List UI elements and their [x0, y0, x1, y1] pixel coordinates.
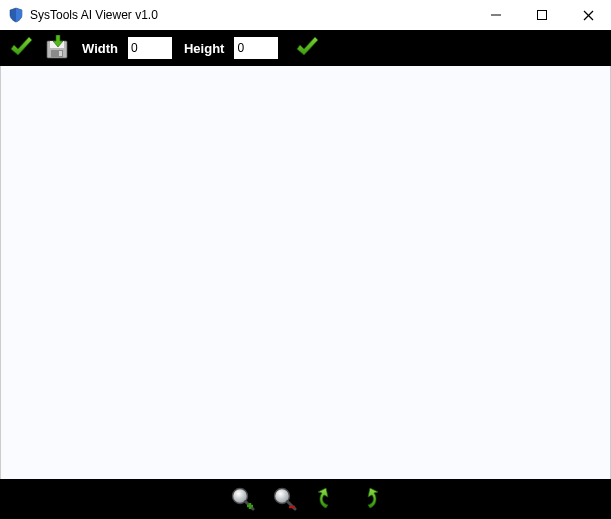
- rotate-right-icon[interactable]: [355, 485, 383, 513]
- zoom-out-icon[interactable]: [271, 485, 299, 513]
- rotate-left-icon[interactable]: [313, 485, 341, 513]
- width-input[interactable]: [128, 37, 172, 59]
- top-toolbar: Width Height: [0, 30, 611, 66]
- zoom-in-icon[interactable]: [229, 485, 257, 513]
- app-shield-icon: [8, 7, 24, 23]
- height-label: Height: [184, 41, 224, 56]
- window-controls: [473, 0, 611, 30]
- width-label: Width: [82, 41, 118, 56]
- apply-checkmark-icon[interactable]: [294, 35, 320, 61]
- bottom-toolbar: [0, 479, 611, 519]
- minimize-button[interactable]: [473, 0, 519, 30]
- height-input[interactable]: [234, 37, 278, 59]
- save-disk-icon[interactable]: [44, 35, 70, 61]
- checkmark-icon[interactable]: [8, 35, 34, 61]
- titlebar: SysTools AI Viewer v1.0: [0, 0, 611, 30]
- window-title: SysTools AI Viewer v1.0: [30, 8, 158, 22]
- viewer-canvas: [0, 66, 611, 479]
- close-button[interactable]: [565, 0, 611, 30]
- svg-rect-1: [538, 11, 547, 20]
- maximize-button[interactable]: [519, 0, 565, 30]
- svg-rect-7: [59, 51, 62, 56]
